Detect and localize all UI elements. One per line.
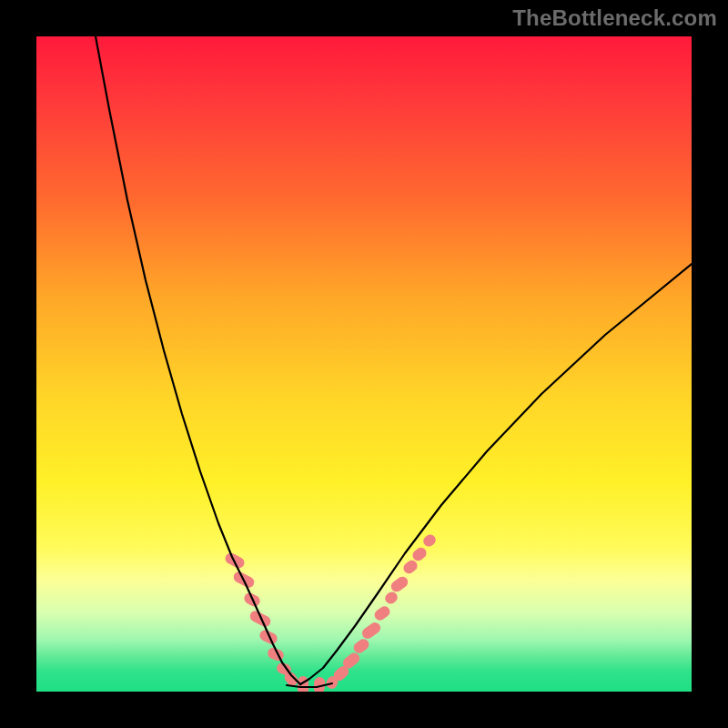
curve-marker [248,609,273,629]
curve-marker [372,604,392,622]
curve-marker [401,558,420,575]
curve-marker [258,628,278,645]
chart-svg [36,36,692,692]
plot-area [36,36,692,692]
watermark-text: TheBottleneck.com [512,5,717,31]
curve-marker [421,532,438,549]
chart-frame: TheBottleneck.com [0,0,728,728]
curve-marker [313,677,326,692]
marker-layer [223,532,438,692]
curve-marker [360,621,383,642]
curve-marker [410,545,429,562]
curve-marker [351,637,371,656]
curve-marker [383,590,399,606]
curve-curve-right [300,264,692,684]
curve-curve-left [96,36,300,684]
curve-marker [389,574,410,593]
